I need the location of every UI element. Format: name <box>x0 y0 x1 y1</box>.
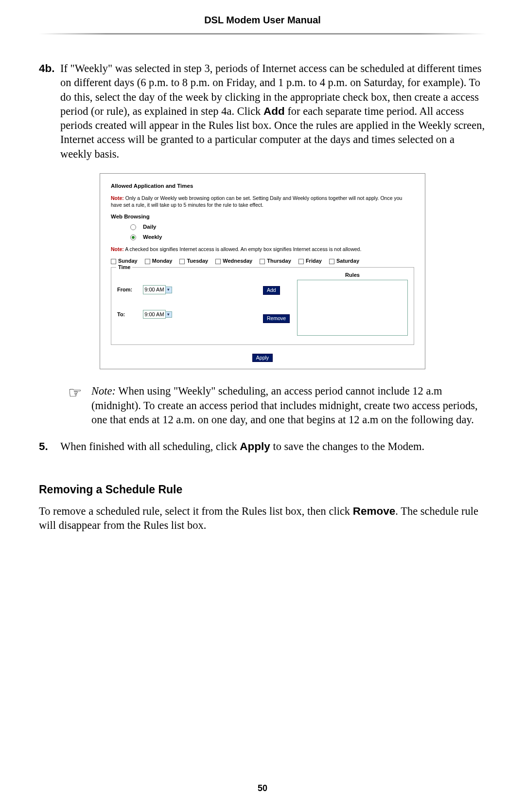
radio-daily-label: Daily <box>143 224 157 230</box>
page-header: DSL Modem User Manual <box>39 15 486 33</box>
time-fieldset: Time From: 9:00 AM▾ To: 9:00 AM▾ Add <box>111 267 414 344</box>
time-right: Rules <box>297 271 408 335</box>
lbl-wednesday: Wednesday <box>223 258 252 264</box>
note2-text: A checked box signifies Internet access … <box>124 246 362 252</box>
day-monday[interactable]: Monday <box>145 257 173 264</box>
to-select-arrow[interactable]: ▾ <box>165 311 172 318</box>
removing-heading: Removing a Schedule Rule <box>39 483 486 497</box>
lbl-monday: Monday <box>152 258 173 264</box>
to-select[interactable]: 9:00 AM <box>143 310 165 319</box>
removing-para: To remove a scheduled rule, select it fr… <box>39 504 486 533</box>
panel-title: Allowed Application and Times <box>111 182 414 190</box>
time-left: From: 9:00 AM▾ To: 9:00 AM▾ <box>117 271 263 335</box>
from-row: From: 9:00 AM▾ <box>117 285 263 294</box>
apply-row: Apply <box>111 354 414 362</box>
note1-label: Note: <box>111 195 124 201</box>
lbl-tuesday: Tuesday <box>187 258 208 264</box>
day-friday[interactable]: Friday <box>298 257 322 264</box>
apply-button[interactable]: Apply <box>252 354 273 362</box>
day-wednesday[interactable]: Wednesday <box>215 257 252 264</box>
step-4b: 4b. If "Weekly" was selected in step 3, … <box>39 61 486 161</box>
day-saturday[interactable]: Saturday <box>329 257 359 264</box>
radio-daily[interactable]: Daily <box>130 223 414 231</box>
add-button[interactable]: Add <box>263 286 280 295</box>
rules-title: Rules <box>297 271 408 278</box>
to-label: To: <box>117 311 141 318</box>
step5-before: When finished with all scheduling, click <box>60 440 240 452</box>
time-mid: Add Remove <box>263 271 297 335</box>
lbl-saturday: Saturday <box>336 258 359 264</box>
chk-friday[interactable] <box>298 259 304 264</box>
removing-before: To remove a scheduled rule, select it fr… <box>39 505 353 517</box>
step-4b-number: 4b. <box>39 61 60 161</box>
chk-saturday[interactable] <box>329 259 334 264</box>
header-divider <box>39 33 486 35</box>
allowed-apps-panel: Allowed Application and Times Note: Only… <box>100 173 425 370</box>
note2-label: Note: <box>111 246 124 252</box>
chk-tuesday[interactable] <box>179 259 185 264</box>
screenshot-wrap: Allowed Application and Times Note: Only… <box>39 173 486 370</box>
chk-sunday[interactable] <box>111 259 116 264</box>
step-5-number: 5. <box>39 439 60 453</box>
panel-note1: Note: Only a Daily or Weekly web browsin… <box>111 195 414 208</box>
remove-button[interactable]: Remove <box>263 314 290 323</box>
from-select-arrow[interactable]: ▾ <box>165 287 172 293</box>
to-row: To: 9:00 AM▾ <box>117 310 263 319</box>
time-legend: Time <box>116 264 132 271</box>
chk-monday[interactable] <box>145 259 150 264</box>
add-word: Add <box>263 105 285 117</box>
rules-listbox[interactable] <box>297 280 408 336</box>
from-label: From: <box>117 286 141 293</box>
note1-text: Only a Daily or Weekly web browsing opti… <box>111 195 402 208</box>
radio-daily-circle[interactable] <box>130 224 136 230</box>
remove-word: Remove <box>353 505 396 517</box>
step5-after: to save the changes to the Modem. <box>270 440 424 452</box>
panel-note2: Note: A checked box signifies Internet a… <box>111 246 414 253</box>
day-thursday[interactable]: Thursday <box>260 257 291 264</box>
radio-weekly-circle[interactable] <box>130 235 136 240</box>
apply-word: Apply <box>240 440 270 452</box>
chk-wednesday[interactable] <box>215 259 221 264</box>
body-content: 4b. If "Weekly" was selected in step 3, … <box>39 61 486 533</box>
note-label: Note: <box>91 385 116 397</box>
chk-thursday[interactable] <box>260 259 265 264</box>
day-checkboxes: Sunday Monday Tuesday Wednesday Thursday… <box>111 257 414 264</box>
step-5: 5. When finished with all scheduling, cl… <box>39 439 486 453</box>
note-text: Note: When using "Weekly" scheduling, an… <box>91 384 486 427</box>
web-browsing-label: Web Browsing <box>111 213 414 220</box>
step-5-text: When finished with all scheduling, click… <box>60 439 486 453</box>
day-sunday[interactable]: Sunday <box>111 257 138 264</box>
lbl-friday: Friday <box>306 258 322 264</box>
note-body: When using "Weekly" scheduling, an acces… <box>91 385 478 426</box>
lbl-thursday: Thursday <box>267 258 291 264</box>
from-select[interactable]: 9:00 AM <box>143 285 165 294</box>
radio-weekly-label: Weekly <box>143 234 162 240</box>
lbl-sunday: Sunday <box>118 258 138 264</box>
note-block: ☞ Note: When using "Weekly" scheduling, … <box>68 384 486 427</box>
page-number: 50 <box>0 783 525 794</box>
radio-weekly[interactable]: Weekly <box>130 234 414 241</box>
note-pointing-hand-icon: ☞ <box>68 384 91 427</box>
step-4b-text: If "Weekly" was selected in step 3, peri… <box>60 61 486 161</box>
day-tuesday[interactable]: Tuesday <box>179 257 208 264</box>
